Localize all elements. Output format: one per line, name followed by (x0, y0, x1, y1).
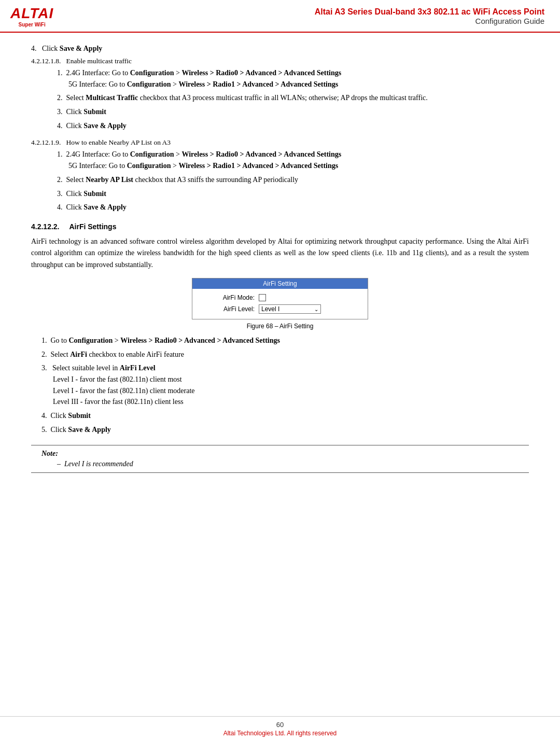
step-1-4212-1-8: 1. 2.4G Interface: Go to Configuration >… (57, 67, 529, 90)
logo-area: ALTAI Super WiFi (10, 5, 53, 27)
section-4212-1-8-title: 4.2.12.1.8. Enable multicast traffic (31, 57, 529, 65)
click-label: Click (42, 45, 60, 52)
footer: 60 Altai Technologies Ltd. All rights re… (0, 716, 560, 740)
step-num: 4. (31, 45, 40, 52)
step-2-4212-1-8: 2. Select Multicast Traffic checkbox tha… (57, 92, 529, 104)
figure-caption: Figure 68 – AirFi Setting (31, 323, 529, 330)
section-4212-1-9: 4.2.12.1.9. How to enable Nearby AP List… (31, 138, 529, 213)
subsection-heading-4212-2: 4.2.12.2. AirFi Settings (31, 222, 529, 231)
airfi-step-4: 4. Click Submit (41, 410, 529, 422)
section-4212-1-9-steps: 1. 2.4G Interface: Go to Configuration >… (47, 149, 529, 213)
note-item-1: – Level I is recommended (57, 460, 519, 468)
logo-tagline: Super WiFi (19, 22, 46, 27)
step-3-4212-1-9: 3. Click Submit (57, 188, 529, 200)
note-box: Note: – Level I is recommended (31, 445, 529, 473)
note-label: Note: (41, 450, 519, 458)
airfi-figure: AirFi Setting AirFi Mode: AirFi Level: L… (192, 278, 368, 319)
step-3-4212-1-8: 3. Click Submit (57, 106, 529, 118)
airfi-mode-row: AirFi Mode: (213, 294, 357, 301)
airfi-mode-checkbox[interactable] (259, 294, 266, 301)
airfi-step-5: 5. Click Save & Apply (41, 424, 529, 436)
main-content: 4. Click Save & Apply 4.2.12.1.8. Enable… (0, 33, 560, 716)
section-4212-1-9-title: 4.2.12.1.9. How to enable Nearby AP List… (31, 138, 529, 147)
save-apply-bold: Save & Apply (60, 45, 102, 52)
step-1-4212-1-9: 1. 2.4G Interface: Go to Configuration >… (57, 149, 529, 171)
logo-text: ALTAI (10, 5, 53, 22)
step-4-4212-1-9: 4. Click Save & Apply (57, 202, 529, 213)
airfi-steps-list: 1. Go to Configuration > Wireless > Radi… (31, 335, 529, 436)
airfi-figure-body: AirFi Mode: AirFi Level: Level I ⌄ (192, 289, 368, 319)
airfi-level-select[interactable]: Level I ⌄ (259, 304, 321, 314)
airfi-level-value: Level I (261, 305, 279, 313)
airfi-figure-title: AirFi Setting (192, 278, 368, 289)
step-4-4212-1-8: 4. Click Save & Apply (57, 120, 529, 132)
airfi-step-2: 2. Select AirFi checkbox to enable AirFi… (41, 349, 529, 360)
header-main-title: Altai A3 Series Dual-band 3x3 802.11 ac … (64, 7, 544, 17)
select-arrow-icon: ⌄ (314, 306, 318, 312)
step-4-save-apply-top: 4. Click Save & Apply (31, 43, 529, 54)
airfi-level-row: AirFi Level: Level I ⌄ (213, 304, 357, 314)
airfi-step-1: 1. Go to Configuration > Wireless > Radi… (41, 335, 529, 346)
footer-page-number: 60 (0, 721, 560, 729)
header-sub-title: Configuration Guide (64, 17, 544, 25)
step-2-4212-1-9: 2. Select Nearby AP List checkbox that A… (57, 174, 529, 186)
section-4212-2: 4.2.12.2. AirFi Settings AirFi technolog… (31, 222, 529, 473)
header: ALTAI Super WiFi Altai A3 Series Dual-ba… (0, 0, 560, 33)
airfi-level-label: AirFi Level: (213, 305, 255, 313)
section-4212-1-8-steps: 1. 2.4G Interface: Go to Configuration >… (47, 67, 529, 131)
section-4212-1-8: 4.2.12.1.8. Enable multicast traffic 1. … (31, 57, 529, 131)
airfi-mode-label: AirFi Mode: (213, 294, 255, 301)
airfi-step-3: 3. Select suitable level in AirFi Level … (41, 362, 529, 408)
header-title-area: Altai A3 Series Dual-band 3x3 802.11 ac … (64, 7, 544, 25)
footer-company: Altai Technologies Ltd. All rights reser… (0, 730, 560, 737)
airfi-description: AirFi technology is an advanced software… (31, 236, 529, 271)
